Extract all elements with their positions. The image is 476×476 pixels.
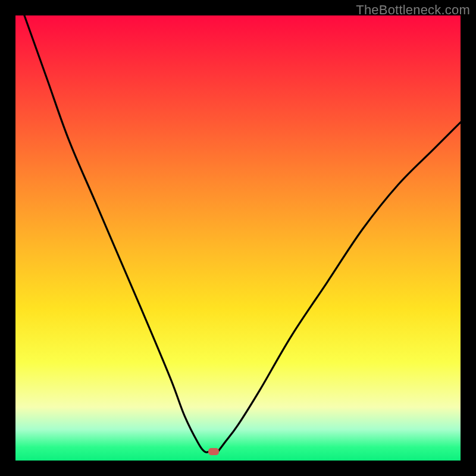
plot-area	[15, 15, 461, 461]
minimum-marker	[208, 448, 219, 455]
bottleneck-curve	[15, 15, 461, 461]
curve-left-branch	[24, 15, 209, 452]
curve-right-branch	[218, 123, 461, 452]
chart-frame: TheBottleneck.com	[0, 0, 476, 476]
